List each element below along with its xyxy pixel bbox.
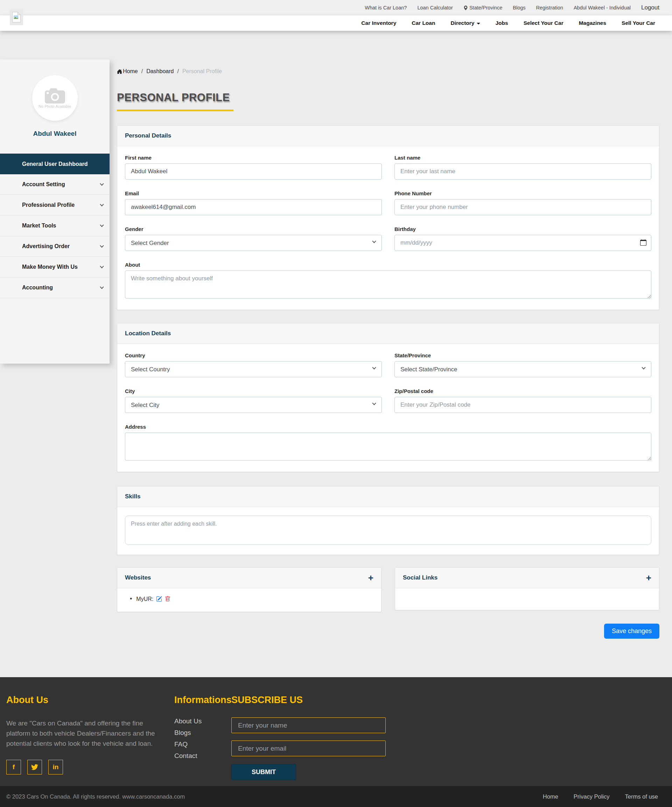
sidebar-item-market-tools[interactable]: Market Tools [0,216,110,236]
about-textarea[interactable] [125,271,651,299]
zip-field-group: Zip/Postal code [394,388,651,413]
footer-link-blogs[interactable]: Blogs [174,729,191,736]
first-name-label: First name [125,155,382,161]
logout-button[interactable]: Logout [641,4,659,11]
birthday-input[interactable] [394,235,651,251]
website-entry-label: MyUR: [136,596,153,602]
sidebar-item-general-user-dashboard[interactable]: General User Dashboard [0,154,110,174]
phone-label: Phone Number [394,190,651,196]
bullet: • [130,595,132,603]
title-underline [117,110,233,111]
zip-input[interactable] [394,397,651,413]
footer-link-faq[interactable]: FAQ [174,741,188,748]
breadcrumb-dashboard[interactable]: Dashboard [146,68,174,75]
social-links-empty-body [395,588,659,610]
about-field-group: About [125,262,651,300]
chevron-down-icon [477,23,480,25]
city-label: City [125,388,382,394]
breadcrumb-current: Personal Profile [182,68,222,75]
footer-about-column: About Us We are "Cars on Canada" and off… [6,695,167,774]
nav-directory[interactable]: Directory [451,20,480,26]
websites-card: Websites + • MyUR: [117,567,381,612]
state-select[interactable]: Select State/Province [394,361,651,377]
nav-car-loan[interactable]: Car Loan [412,20,435,26]
footer-about-heading: About Us [6,695,167,706]
personal-details-card: Personal Details First name Last name Em… [117,125,659,310]
state-label: State/Province [394,352,651,359]
map-pin-icon [463,5,468,10]
country-select[interactable]: Select Country [125,361,382,377]
nav-select-your-car[interactable]: Select Your Car [524,20,564,26]
subscribe-submit-button[interactable]: SUBMIT [231,764,296,780]
delete-website-icon[interactable] [165,596,170,602]
gender-select[interactable]: Select Gender [125,235,382,251]
state-field-group: State/Province Select State/Province [394,352,651,377]
footer: About Us We are "Cars on Canada" and off… [0,677,672,786]
topbar-link-state-province[interactable]: State/Province [463,5,502,10]
social-links-heading: Social Links [403,574,437,581]
topbar-link-blogs[interactable]: Blogs [513,5,526,10]
footer-about-text: We are "Cars on Canada" and offering the… [6,718,167,749]
home-icon [117,69,122,74]
topbar-link-registration[interactable]: Registration [536,5,563,10]
subscribe-name-input[interactable] [231,717,386,733]
chevron-down-icon [100,202,103,206]
bottom-link-home[interactable]: Home [543,793,558,800]
content-area: Home / Dashboard / Personal Profile PERS… [117,31,659,639]
bottom-link-terms-of-use[interactable]: Terms of use [625,793,658,800]
phone-input[interactable] [394,199,651,215]
add-website-button[interactable]: + [368,574,373,581]
linkedin-icon[interactable]: in [48,760,63,774]
footer-subscribe-heading: SUBSCRIBE US [231,695,393,706]
gender-field-group: Gender Select Gender [125,226,382,251]
subscribe-email-input[interactable] [231,741,386,756]
top-utility-bar: What is Car Loan? Loan Calculator State/… [0,0,672,15]
copyright-text: © 2023 Cars On Canada. All rights reserv… [6,793,185,800]
location-details-heading: Location Details [117,323,659,344]
chevron-down-icon [100,244,103,247]
address-label: Address [125,424,651,430]
country-field-group: Country Select Country [125,352,382,377]
topbar-user-label[interactable]: Abdul Wakeel - Individual [574,5,631,10]
chevron-down-icon [100,182,103,186]
sidebar-item-accounting[interactable]: Accounting [0,277,110,298]
nav-jobs[interactable]: Jobs [496,20,508,26]
skills-input[interactable]: Press enter after adding each skill. [125,515,651,545]
twitter-icon[interactable] [27,760,42,774]
city-select[interactable]: Select City [125,397,382,413]
edit-website-icon[interactable] [156,596,162,602]
no-photo-text: No Photo Available [38,104,71,108]
first-name-input[interactable] [125,163,382,179]
chevron-down-icon [100,223,103,227]
save-changes-button[interactable]: Save changes [604,624,659,639]
facebook-icon[interactable]: f [6,760,21,774]
site-logo[interactable] [10,9,23,25]
nav-sell-your-car[interactable]: Sell Your Car [622,20,655,26]
websites-heading: Websites [125,574,151,581]
footer-bottom-bar: © 2023 Cars On Canada. All rights reserv… [0,786,672,807]
sidebar-item-make-money-with-us[interactable]: Make Money With Us [0,257,110,277]
nav-magazines[interactable]: Magazines [579,20,606,26]
footer-link-about-us[interactable]: About Us [174,717,201,725]
page-title: PERSONAL PROFILE [117,91,659,104]
email-input[interactable] [125,199,382,215]
main-area: No Photo Available Abdul Wakeel General … [0,31,672,677]
bottom-link-privacy-policy[interactable]: Privacy Policy [574,793,610,800]
topbar-link-what-is-car-loan[interactable]: What is Car Loan? [365,5,407,10]
breadcrumb: Home / Dashboard / Personal Profile [117,68,659,75]
email-label: Email [125,190,382,196]
nav-car-inventory[interactable]: Car Inventory [361,20,396,26]
last-name-input[interactable] [394,163,651,179]
sidebar-item-advertising-order[interactable]: Advertising Order [0,236,110,257]
sidebar-item-account-setting[interactable]: Account Setting [0,174,110,195]
footer-link-contact[interactable]: Contact [174,752,197,759]
breadcrumb-home[interactable]: Home [117,68,138,75]
first-name-field-group: First name [125,155,382,179]
add-social-link-button[interactable]: + [646,574,651,581]
sidebar-item-professional-profile[interactable]: Professional Profile [0,195,110,216]
address-textarea[interactable] [125,433,651,460]
website-list-item: • MyUR: [125,595,373,603]
broken-image-icon [12,12,21,23]
gender-label: Gender [125,226,382,232]
topbar-link-loan-calculator[interactable]: Loan Calculator [417,5,453,10]
